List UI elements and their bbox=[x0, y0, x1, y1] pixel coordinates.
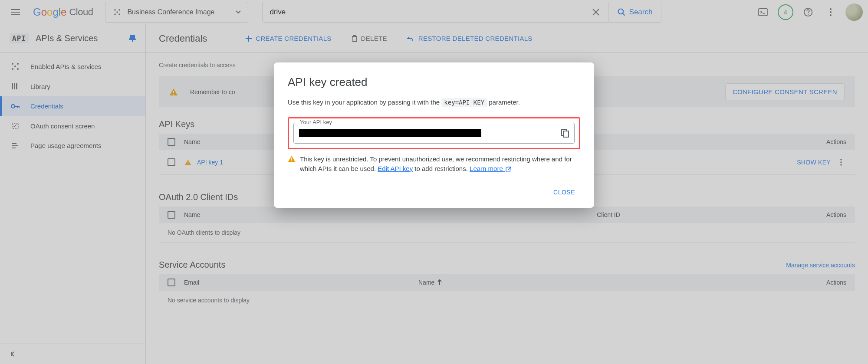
svg-rect-31 bbox=[291, 157, 292, 160]
copy-icon bbox=[561, 129, 569, 138]
warning-icon bbox=[288, 155, 296, 174]
dialog-warning: This key is unrestricted. To prevent una… bbox=[274, 154, 594, 174]
api-key-highlight-box: Your API key bbox=[288, 117, 580, 149]
external-link-icon bbox=[506, 167, 511, 172]
dialog-body: Use this key in your application by pass… bbox=[288, 98, 580, 108]
learn-more-label: Learn more bbox=[470, 165, 503, 172]
dialog-warn-text-2: to add restrictions. bbox=[414, 165, 470, 172]
copy-key-button[interactable] bbox=[561, 129, 569, 138]
close-dialog-button[interactable]: CLOSE bbox=[548, 184, 580, 200]
api-key-created-dialog: API key created Use this key in your app… bbox=[274, 62, 594, 208]
learn-more-link[interactable]: Learn more bbox=[470, 165, 511, 172]
dialog-layer: API key created Use this key in your app… bbox=[0, 0, 868, 364]
dialog-body-suffix: parameter. bbox=[489, 98, 520, 106]
dialog-body-code: key=API_KEY bbox=[441, 98, 487, 107]
edit-api-key-link[interactable]: Edit API key bbox=[378, 165, 413, 172]
dialog-title: API key created bbox=[288, 75, 580, 89]
svg-rect-30 bbox=[563, 131, 569, 137]
api-key-value-redacted[interactable] bbox=[299, 129, 481, 137]
api-key-field: Your API key bbox=[293, 123, 575, 144]
api-key-label: Your API key bbox=[298, 119, 334, 125]
svg-rect-32 bbox=[291, 161, 292, 161]
dialog-body-prefix: Use this key in your application by pass… bbox=[288, 98, 441, 106]
